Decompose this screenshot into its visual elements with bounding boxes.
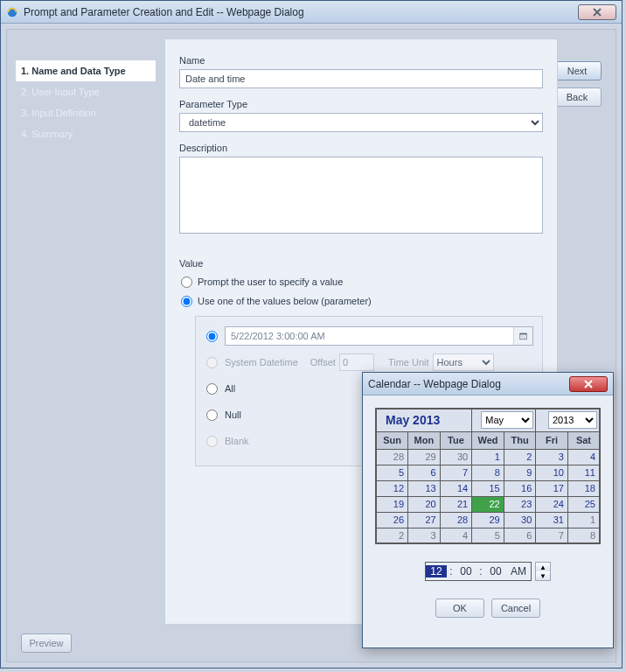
open-calendar-button[interactable] <box>513 327 532 345</box>
calendar-day-cell[interactable]: 11 <box>567 465 600 480</box>
calendar-day-cell[interactable]: 15 <box>472 480 504 496</box>
calendar-day-cell[interactable]: 6 <box>408 465 441 480</box>
blank-radio <box>206 436 218 447</box>
back-button[interactable]: Back <box>553 88 602 107</box>
null-radio[interactable] <box>206 410 218 421</box>
calendar-day-cell[interactable]: 3 <box>408 528 441 543</box>
time-hours[interactable]: 12 <box>426 565 447 578</box>
calendar-year-select[interactable]: 2013 <box>548 411 597 429</box>
all-radio[interactable] <box>206 383 218 395</box>
wizard-steps: 1. Name and Data Type 2. User Input Type… <box>16 60 156 144</box>
calendar-month-label: May 2013 <box>379 413 440 427</box>
time-unit-label: Time Unit <box>388 357 429 368</box>
name-label: Name <box>179 55 543 66</box>
value-use-option[interactable]: Use one of the values below (parameter) <box>179 291 543 311</box>
calendar-day-cell[interactable]: 5 <box>376 465 408 480</box>
value-prompt-label: Prompt the user to specify a value <box>198 276 343 287</box>
calendar-cancel-button[interactable]: Cancel <box>491 598 540 618</box>
calendar-day-cell[interactable]: 13 <box>408 480 441 496</box>
calendar-day-cell[interactable]: 4 <box>440 528 472 543</box>
calendar-day-cell[interactable]: 22 <box>472 496 504 512</box>
calendar-day-cell[interactable]: 6 <box>504 528 536 543</box>
calendar-week-row: 2829301234 <box>376 449 600 465</box>
calendar-day-cell[interactable]: 1 <box>567 512 600 528</box>
null-label: Null <box>225 410 241 420</box>
calendar-day-cell[interactable]: 16 <box>504 480 536 496</box>
calendar-day-cell[interactable]: 29 <box>472 512 504 528</box>
calendar-day-cell[interactable]: 18 <box>567 480 600 496</box>
next-button[interactable]: Next <box>553 61 602 80</box>
calendar-day-cell[interactable]: 20 <box>408 496 441 512</box>
calendar-day-cell[interactable]: 28 <box>376 449 408 465</box>
calendar-day-cell[interactable]: 26 <box>376 512 408 528</box>
step-input-definition[interactable]: 3. Input Definition <box>16 102 156 123</box>
step-user-input-type[interactable]: 2. User Input Type <box>16 81 156 102</box>
calendar-day-cell[interactable]: 21 <box>440 496 472 512</box>
param-type-select[interactable]: datetime <box>179 113 543 132</box>
calendar-day-cell[interactable]: 17 <box>536 480 568 496</box>
calendar-day-cell[interactable]: 24 <box>536 496 568 512</box>
literal-date-radio[interactable] <box>206 331 218 342</box>
calendar-ok-button[interactable]: OK <box>435 598 484 618</box>
calendar-day-cell[interactable]: 29 <box>408 449 441 465</box>
calendar-dow-row: SunMonTueWedThuFriSat <box>376 431 600 449</box>
calendar-titlebar: Calendar -- Webpage Dialog <box>363 373 613 396</box>
calendar-day-cell[interactable]: 23 <box>504 496 536 512</box>
time-unit-select[interactable]: Hours <box>433 354 494 371</box>
description-textarea[interactable] <box>179 157 543 234</box>
calendar-day-cell[interactable]: 1 <box>472 449 504 465</box>
time-picker: 12 : 00 : 00 AM ▲ ▼ <box>375 560 601 583</box>
calendar-day-cell[interactable]: 7 <box>536 528 568 543</box>
calendar-day-cell[interactable]: 27 <box>408 512 441 528</box>
calendar-day-cell[interactable]: 14 <box>440 480 472 496</box>
calendar-day-cell[interactable]: 12 <box>376 480 408 496</box>
time-spinner: ▲ ▼ <box>535 562 551 581</box>
time-minutes[interactable]: 00 <box>456 565 476 578</box>
calendar-day-cell[interactable]: 8 <box>567 528 600 543</box>
calendar-day-cell[interactable]: 31 <box>536 512 568 528</box>
calendar-day-cell[interactable]: 8 <box>472 465 504 480</box>
value-prompt-radio[interactable] <box>181 276 192 288</box>
calendar-day-cell[interactable]: 9 <box>504 465 536 480</box>
all-label: All <box>225 383 235 394</box>
system-datetime-label: System Datetime <box>225 357 298 368</box>
spin-up-button[interactable]: ▲ <box>536 563 550 571</box>
name-input[interactable] <box>179 69 543 88</box>
calendar-day-cell[interactable]: 5 <box>472 528 504 543</box>
calendar-day-cell[interactable]: 30 <box>504 512 536 528</box>
calendar-day-cell[interactable]: 30 <box>440 449 472 465</box>
calendar-day-cell[interactable]: 25 <box>567 496 600 512</box>
calendar-day-cell[interactable]: 7 <box>440 465 472 480</box>
calendar-day-cell[interactable]: 10 <box>536 465 568 480</box>
close-button[interactable] <box>578 4 616 20</box>
date-input[interactable] <box>226 329 513 343</box>
time-ampm[interactable]: AM <box>506 565 531 578</box>
time-seconds[interactable]: 00 <box>485 565 506 578</box>
nav-buttons: Next Back <box>553 61 602 114</box>
value-prompt-option[interactable]: Prompt the user to specify a value <box>179 272 543 291</box>
calendar-day-cell[interactable]: 19 <box>376 496 408 512</box>
svg-rect-2 <box>520 333 527 335</box>
offset-input <box>339 354 374 371</box>
preview-button[interactable]: Preview <box>21 634 72 653</box>
calendar-title: Calendar -- Webpage Dialog <box>368 378 569 390</box>
calendar-day-cell[interactable]: 2 <box>504 449 536 465</box>
step-summary[interactable]: 4. Summary <box>16 123 156 144</box>
spin-down-button[interactable]: ▼ <box>536 571 550 580</box>
blank-label: Blank <box>225 436 249 446</box>
description-label: Description <box>179 143 543 153</box>
calendar-day-cell[interactable]: 3 <box>536 449 568 465</box>
calendar-dialog: Calendar -- Webpage Dialog May 2013 May … <box>362 372 614 648</box>
calendar-day-cell[interactable]: 2 <box>376 528 408 543</box>
system-datetime-radio <box>206 357 218 368</box>
calendar-week-row: 2345678 <box>376 528 600 543</box>
calendar-day-cell[interactable]: 28 <box>440 512 472 528</box>
calendar-close-button[interactable] <box>569 376 608 392</box>
value-use-radio[interactable] <box>181 296 192 307</box>
calendar-week-row: 567891011 <box>376 465 600 480</box>
step-name-and-data-type[interactable]: 1. Name and Data Type <box>16 60 156 81</box>
calendar-month-select[interactable]: May <box>481 411 533 429</box>
calendar-week-row: 19202122232425 <box>376 496 600 512</box>
calendar-day-cell[interactable]: 4 <box>567 449 600 465</box>
calendar-week-row: 12131415161718 <box>376 480 600 496</box>
